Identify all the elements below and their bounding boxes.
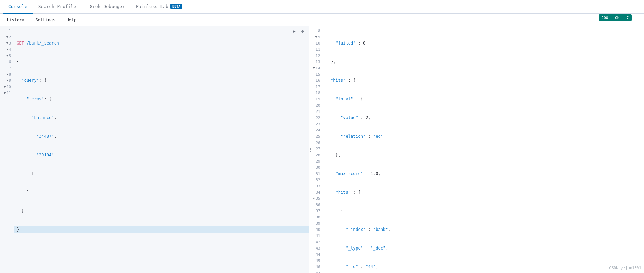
resp-line-17: { [323, 208, 644, 214]
tab-console[interactable]: Console [3, 0, 33, 14]
resp-line-19: "_type" : "_doc", [323, 245, 644, 251]
run-button[interactable]: ▶ [291, 28, 298, 35]
ln-9: ▼9 [0, 77, 14, 84]
editor-line-8: ] [14, 170, 309, 177]
resp-line-16: "hits" : [ [323, 189, 644, 195]
ln-4: ▼4 [0, 46, 14, 52]
resp-line-8: "failed" : 0 [323, 40, 644, 46]
settings-icon[interactable]: ⚙ [299, 28, 306, 35]
resp-line-9: }, [323, 59, 644, 65]
ln-5: ▼5 [0, 52, 14, 59]
top-nav: Console Search Profiler Grok Debugger Pa… [0, 0, 644, 14]
editor-code-lines: GET /bank/_search { "query": { "terms": … [14, 26, 309, 273]
toolbar: History Settings Help [0, 14, 644, 26]
resp-line-10: "hits" : { [323, 77, 644, 84]
editor-line-6: "34487", [14, 133, 309, 139]
resp-line-11: "total" : { [323, 96, 644, 102]
editor-line-1: GET /bank/_search [14, 40, 309, 46]
status-badge: 200 - OK 7 [599, 14, 632, 21]
editor-line-3: "query": { [14, 77, 309, 84]
editor-line-11: } [14, 226, 309, 233]
ln-6: 6 [0, 59, 14, 65]
ln-8: ▼8 [0, 71, 14, 77]
settings-button[interactable]: Settings [33, 16, 58, 24]
ln-1: 1 [0, 28, 14, 34]
help-button[interactable]: Help [64, 16, 79, 24]
ln-10: ▼10 [0, 84, 14, 90]
response-code-area[interactable]: 8 ▼9 10 11 12 13 ▼14 15 16 17 18 19 20 2… [309, 26, 644, 273]
ln-11: ▼11 [0, 90, 14, 96]
resp-line-14: }, [323, 152, 644, 158]
resp-line-18: "_index" : "bank", [323, 226, 644, 233]
ln-3: ▼3 [0, 40, 14, 46]
history-button[interactable]: History [4, 16, 27, 24]
editor-line-numbers: 1 ▼2 ▼3 ▼4 ▼5 6 7 ▼8 ▼9 ▼10 ▼11 [0, 26, 14, 273]
pane-splitter[interactable]: ⋮ [309, 26, 312, 273]
resp-line-20: "_id" : "44", [323, 264, 644, 270]
tab-search-profiler[interactable]: Search Profiler [33, 0, 84, 14]
beta-badge: BETA [170, 4, 182, 9]
editor-line-7: "29104" [14, 152, 309, 158]
editor-line-9: } [14, 189, 309, 195]
watermark: CSDN @zjun1001 [609, 266, 641, 270]
tab-grok-debugger[interactable]: Grok Debugger [84, 0, 130, 14]
editor-line-5: "balance": [ [14, 115, 309, 121]
resp-line-15: "max_score" : 1.0, [323, 170, 644, 177]
ln-7: 7 [0, 65, 14, 71]
editor-line-4: "terms": { [14, 96, 309, 102]
response-pane: 8 ▼9 10 11 12 13 ▼14 15 16 17 18 19 20 2… [309, 26, 644, 273]
main-area: ▶ ⚙ 1 ▼2 ▼3 ▼4 ▼5 6 7 ▼8 ▼9 ▼10 ▼11 GET … [0, 26, 644, 273]
editor-line-10: } [14, 208, 309, 214]
ln-2: ▼2 [0, 34, 14, 40]
resp-line-12: "value" : 2, [323, 115, 644, 121]
editor-line-2: { [14, 59, 309, 65]
editor-code-area[interactable]: 1 ▼2 ▼3 ▼4 ▼5 6 7 ▼8 ▼9 ▼10 ▼11 GET /ban… [0, 26, 309, 273]
tab-painless-lab[interactable]: Painless Lab BETA [130, 0, 188, 14]
resp-line-13: "relation" : "eq" [323, 133, 644, 139]
editor-actions: ▶ ⚙ [291, 28, 306, 35]
editor-pane: ▶ ⚙ 1 ▼2 ▼3 ▼4 ▼5 6 7 ▼8 ▼9 ▼10 ▼11 GET … [0, 26, 309, 273]
response-code-lines: "failed" : 0 }, "hits" : { "total" : { "… [323, 26, 644, 273]
